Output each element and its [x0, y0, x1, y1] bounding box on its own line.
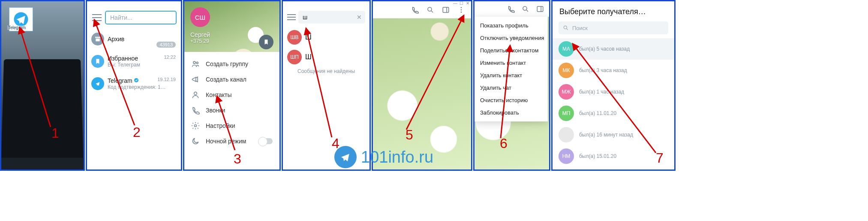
fav-time: 12:22 — [164, 54, 176, 60]
menu-calls[interactable]: Звонки — [184, 103, 279, 118]
bookmark-icon — [91, 55, 104, 68]
more-icon[interactable] — [457, 6, 465, 14]
ctx-delete-chat[interactable]: Удалить чат — [474, 82, 548, 94]
search-result-row[interactable]: ШВ Ш — [283, 28, 369, 47]
step-1: 1 — [51, 125, 59, 141]
picker-title: Выберите получателя… — [553, 1, 674, 19]
result-avatar: ШП — [287, 50, 302, 64]
svg-rect-7 — [443, 7, 449, 12]
hamburger-menu-icon[interactable] — [287, 14, 296, 20]
clear-search-icon[interactable]: ✕ — [357, 14, 362, 21]
contact-row[interactable]: МПбыл(а) 11.01.20 — [553, 103, 674, 124]
verified-icon — [134, 78, 139, 83]
search-input[interactable]: Найти... — [105, 11, 177, 24]
panel-7-recipient-picker: Выберите получателя… Поиск МАбыл(а) 5 ча… — [551, 0, 676, 171]
ctx-share-contact[interactable]: Поделиться контактом — [474, 44, 548, 57]
chat-toolbar — [475, 1, 549, 17]
window-buttons[interactable]: — ☐ ✕ — [453, 1, 469, 6]
avatar: МК — [559, 63, 574, 78]
phone-icon — [191, 106, 200, 115]
panel-6-context-menu: Показать профиль Отключить уведомления П… — [473, 0, 550, 171]
contact-status: был(а) 1 час назад — [579, 89, 624, 95]
watermark: 101info.ru — [334, 146, 433, 168]
person-icon — [191, 91, 200, 99]
svg-point-6 — [428, 7, 432, 11]
search-icon[interactable] — [522, 5, 529, 13]
context-menu: Показать профиль Отключить уведомления П… — [474, 17, 548, 121]
step-7: 7 — [656, 150, 664, 166]
sidebar-icon[interactable] — [536, 5, 544, 13]
svg-point-3 — [196, 62, 198, 64]
chat-toolbar: — ☐ ✕ — [373, 1, 471, 18]
contact-status: был(а) 15.01.20 — [579, 153, 616, 159]
ctx-edit-contact[interactable]: Изменить контакт — [474, 57, 548, 69]
shortcut-label: Telegram — [7, 25, 27, 30]
panel-1-desktop: Telegram — [0, 0, 85, 171]
saved-messages-button[interactable] — [259, 35, 273, 49]
ctx-clear-history[interactable]: Очистить историю — [474, 94, 548, 106]
ctx-delete-contact[interactable]: Удалить контакт — [474, 69, 548, 82]
search-result-row[interactable]: ШП Ш — [283, 48, 369, 67]
menu-contacts[interactable]: Контакты — [184, 87, 279, 103]
panel-3-side-menu: СШ Сергей +375 29 Создать группу Создать… — [183, 0, 281, 171]
result-avatar: ШВ — [287, 30, 302, 45]
step-6: 6 — [500, 136, 508, 151]
side-menu: Создать группу Создать канал Контакты Зв… — [184, 52, 279, 170]
ctx-block[interactable]: Заблокировать — [474, 106, 548, 119]
contact-row[interactable]: был(а) 16 минут назад — [553, 124, 674, 145]
archive-row[interactable]: Архив 43913 — [87, 28, 181, 50]
avatar: МЖ — [559, 84, 574, 100]
avatar — [559, 127, 574, 142]
search-icon[interactable] — [426, 6, 434, 14]
avatar: НМ — [559, 148, 574, 164]
search-query-text: ш — [303, 14, 307, 21]
menu-settings[interactable]: Настройки — [184, 118, 279, 133]
laptop-illustration — [1, 59, 83, 161]
archive-badge: 43913 — [156, 42, 176, 48]
svg-point-5 — [195, 125, 197, 127]
group-icon — [191, 60, 200, 68]
svg-rect-12 — [537, 6, 543, 12]
sidebar-icon[interactable] — [442, 6, 450, 14]
tg-sub: Код подтверждения: 1… — [108, 84, 166, 90]
menu-night-mode[interactable]: Ночной режим — [184, 133, 279, 149]
ctx-mute[interactable]: Отключить уведомления — [474, 32, 548, 44]
phone-icon[interactable] — [507, 5, 515, 13]
profile-avatar[interactable]: СШ — [190, 7, 210, 27]
moon-icon — [191, 137, 200, 145]
contact-row[interactable]: МАбыл(а) 5 часов назад — [553, 38, 674, 60]
hamburger-menu-icon[interactable] — [92, 14, 102, 21]
phone-icon[interactable] — [411, 6, 419, 14]
chat-background — [373, 1, 471, 170]
search-input[interactable]: ш ✕ — [298, 11, 365, 24]
telegram-icon — [334, 146, 357, 168]
telegram-row[interactable]: Telegram Код подтверждения: 1… 19.12.19 — [87, 73, 181, 95]
contact-row[interactable]: Нбыл(а) 4 часа назад — [553, 167, 674, 170]
tg-title: Telegram — [108, 77, 132, 84]
no-messages-found: Сообщения не найдены — [283, 68, 369, 74]
svg-point-13 — [564, 26, 567, 29]
avatar: МП — [559, 106, 574, 121]
gear-icon — [191, 121, 200, 130]
contact-row[interactable]: МЖбыл(а) 1 час назад — [553, 81, 674, 103]
result-name: Ш — [305, 33, 312, 41]
svg-point-10 — [461, 11, 462, 12]
step-5: 5 — [405, 127, 413, 143]
avatar: МА — [559, 41, 574, 57]
picker-search[interactable]: Поиск — [559, 21, 668, 34]
tg-time: 19.12.19 — [157, 77, 176, 82]
telegram-avatar-icon — [91, 77, 104, 90]
step-2: 2 — [133, 124, 141, 140]
ctx-show-profile[interactable]: Показать профиль — [474, 19, 548, 32]
svg-point-8 — [461, 7, 462, 8]
contact-row[interactable]: МКбыл(а) 3 часа назад — [553, 60, 674, 81]
menu-new-group[interactable]: Создать группу — [184, 56, 279, 72]
night-toggle[interactable] — [259, 138, 273, 144]
svg-point-2 — [193, 61, 195, 64]
panel-2-chatlist: Найти... Архив 43913 Избранное Вы: Телег… — [86, 0, 182, 171]
saved-messages-row[interactable]: Избранное Вы: Телеграм 12:22 — [87, 50, 181, 73]
telegram-icon — [13, 12, 29, 27]
contact-status: был(а) 11.01.20 — [579, 110, 616, 116]
menu-new-channel[interactable]: Создать канал — [184, 72, 279, 87]
svg-point-4 — [194, 92, 197, 95]
